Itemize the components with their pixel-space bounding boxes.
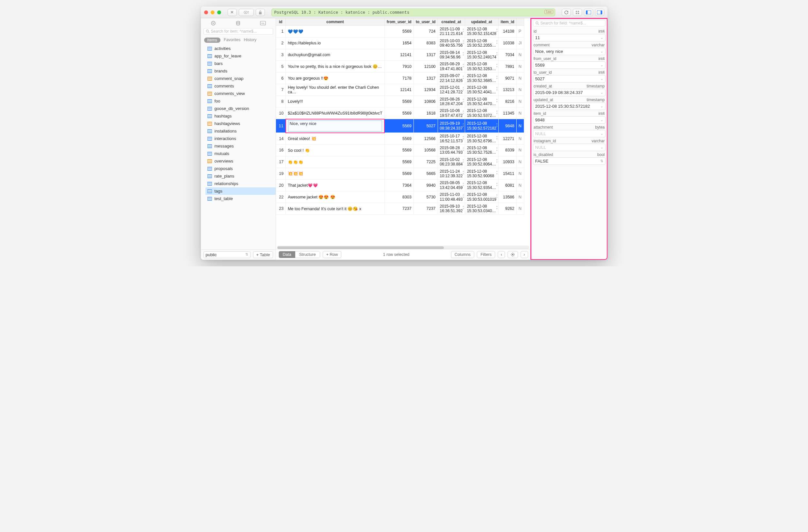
cell[interactable]: 2015-08-2919:47:41.801˄˅ <box>438 61 465 73</box>
cell[interactable]: N <box>516 133 524 145</box>
table-row[interactable]: 23Me too Fernanda! It's cute isn't it 😊😘… <box>276 203 524 214</box>
table-row[interactable]: 11Nice, very nice556950272015-09-1908:38… <box>276 119 524 133</box>
stepper-icon[interactable]: ˄˅ <box>496 76 498 81</box>
cell[interactable]: 2015-12-0815:30:52.8064…˄˅ <box>465 156 498 168</box>
sidebar-item-app_for_leave[interactable]: app_for_leave <box>205 52 276 60</box>
stepper-icon[interactable]: ˄˅ <box>462 29 464 34</box>
cell[interactable]: 2 <box>276 37 286 49</box>
columns-button[interactable]: Columns <box>451 251 474 258</box>
cell[interactable]: 2015-08-2813:05:44.793˄˅ <box>438 145 465 156</box>
stepper-icon[interactable]: ˄˅ <box>462 99 464 104</box>
stepper-icon[interactable]: ˄˅ <box>462 171 464 176</box>
stepper-icon[interactable]: ˄˅ <box>496 171 498 176</box>
plug-icon[interactable] <box>208 20 219 26</box>
cell[interactable]: N <box>516 145 524 156</box>
cell[interactable]: 2015-10-0206:23:38.884˄˅ <box>438 156 465 168</box>
cell[interactable]: 10338 <box>498 37 516 49</box>
cell[interactable]: N <box>516 156 524 168</box>
cell[interactable]: 5569 <box>384 26 414 38</box>
column-from_user_id[interactable]: from_user_id <box>384 18 414 26</box>
stepper-icon[interactable]: ˄˅ <box>462 206 464 211</box>
sidebar-item-test_table[interactable]: test_table <box>205 195 276 202</box>
stepper-icon[interactable]: ˄˅ <box>462 41 464 45</box>
cell[interactable]: Lovely!!! <box>286 96 385 107</box>
cell[interactable]: 7237 <box>414 203 438 214</box>
cell[interactable]: 15411 <box>498 168 516 179</box>
cell[interactable]: 2015-12-0815:30:52.151428˄˅ <box>465 26 498 38</box>
cell[interactable]: 2015-08-2618:28:47.204˄˅ <box>438 96 465 107</box>
cell[interactable]: N <box>516 96 524 107</box>
zoom-window[interactable] <box>217 11 221 14</box>
grid-view-icon[interactable] <box>573 9 582 16</box>
tab-items[interactable]: Items <box>204 38 221 43</box>
stepper-icon[interactable]: ˄˅ <box>496 41 498 45</box>
cell[interactable]: 17 <box>276 156 286 168</box>
next-page-button[interactable]: › <box>520 251 528 258</box>
stepper-icon[interactable]: ˄˅ <box>462 195 464 200</box>
filters-button[interactable]: Filters <box>477 251 495 258</box>
cell[interactable]: 7910 <box>384 61 414 73</box>
cell[interactable]: 7364 <box>384 179 414 191</box>
stepper-icon[interactable]: ˄˅ <box>496 124 498 128</box>
add-table-button[interactable]: + Table <box>253 251 273 258</box>
cell[interactable]: 💙💙💙 <box>286 26 385 38</box>
cell[interactable]: N <box>516 49 524 61</box>
cell[interactable]: 7891 <box>498 61 516 73</box>
cell[interactable]: JI <box>516 37 524 49</box>
cell[interactable]: 12566 <box>414 133 438 145</box>
cell[interactable]: N <box>516 203 524 214</box>
cell[interactable]: N <box>516 179 524 191</box>
table-row[interactable]: 16So cool ! 👏5569105682015-08-2813:05:44… <box>276 145 524 156</box>
reload-icon[interactable] <box>562 9 571 16</box>
prev-page-button[interactable]: ‹ <box>498 251 505 258</box>
table-row[interactable]: 7Hey lovely! You should def. enter the C… <box>276 84 524 96</box>
cancel-icon[interactable]: ✕ <box>228 9 237 16</box>
cell[interactable]: 👏👏👏 <box>286 156 385 168</box>
sidebar-item-hashtags[interactable]: hashtags <box>205 112 276 120</box>
table-row[interactable]: 2https://tableplus.io165483832015-10-030… <box>276 37 524 49</box>
schema-selector[interactable]: public ⇅ <box>203 251 251 258</box>
cell[interactable]: 2015-12-0112:41:28.722˄˅ <box>438 84 465 96</box>
database-icon[interactable] <box>233 20 243 26</box>
stepper-icon[interactable]: ˄˅ <box>496 88 498 92</box>
field-value[interactable]: NULL⌄ <box>533 130 606 137</box>
cell[interactable]: 6081 <box>498 179 516 191</box>
cell[interactable]: 2015-11-2410:12:39.322˄˅ <box>438 168 465 179</box>
cell[interactable]: 7225 <box>414 156 438 168</box>
cell[interactable]: 11345 <box>498 107 516 119</box>
cell[interactable]: 2015-12-0815:30:52.3263…˄˅ <box>465 61 498 73</box>
cell[interactable]: 10806 <box>414 96 438 107</box>
sidebar-item-activities[interactable]: activities <box>205 45 276 52</box>
sidebar-item-bars[interactable]: bars <box>205 60 276 67</box>
cell[interactable]: That jacket💗💗 <box>286 179 385 191</box>
cell[interactable]: N <box>516 84 524 96</box>
cell[interactable]: Great video! 💥 <box>286 133 385 145</box>
cell[interactable]: 5569 <box>384 107 414 119</box>
cell[interactable]: 2015-12-0815:30:52.6796…˄˅ <box>465 133 498 145</box>
cell[interactable]: N <box>516 191 524 203</box>
cell[interactable]: 7 <box>276 84 286 96</box>
stepper-icon[interactable]: ˄˅ <box>462 64 464 69</box>
cell[interactable]: 14 <box>276 133 286 145</box>
stepper-icon[interactable]: ˄˅ <box>462 124 464 128</box>
sidebar-item-proposals[interactable]: proposals <box>205 165 276 172</box>
cell[interactable]: N <box>516 61 524 73</box>
cell[interactable]: 2015-12-0815:30:52.4470…˄˅ <box>465 96 498 107</box>
table-row[interactable]: 14Great video! 💥5569125662015-10-1716:52… <box>276 133 524 145</box>
sidebar-item-relationships[interactable]: relationships <box>205 180 276 187</box>
cell[interactable]: 2015-12-0815:30:52.2055…˄˅ <box>465 37 498 49</box>
cell[interactable]: N <box>516 168 524 179</box>
cell[interactable]: duchuykun@gmail.com <box>286 49 385 61</box>
stepper-icon[interactable]: ˄˅ <box>496 148 498 152</box>
stepper-icon[interactable]: ˄˅ <box>462 111 464 116</box>
cell[interactable]: P <box>516 26 524 38</box>
column-to_user_id[interactable]: to_user_id <box>414 18 438 26</box>
lock-icon[interactable] <box>256 9 265 16</box>
cell[interactable]: 8339 <box>498 145 516 156</box>
connection-path[interactable]: PostgreSQL 10.3 : Katonice : katonice : … <box>271 8 555 16</box>
stepper-icon[interactable]: ˄˅ <box>496 53 498 57</box>
cell[interactable]: 19 <box>276 168 286 179</box>
settings-gear-icon[interactable] <box>508 251 518 258</box>
cell[interactable]: 5569 <box>384 119 414 133</box>
table-row[interactable]: 5You're so pretty, this is a nice ni gor… <box>276 61 524 73</box>
